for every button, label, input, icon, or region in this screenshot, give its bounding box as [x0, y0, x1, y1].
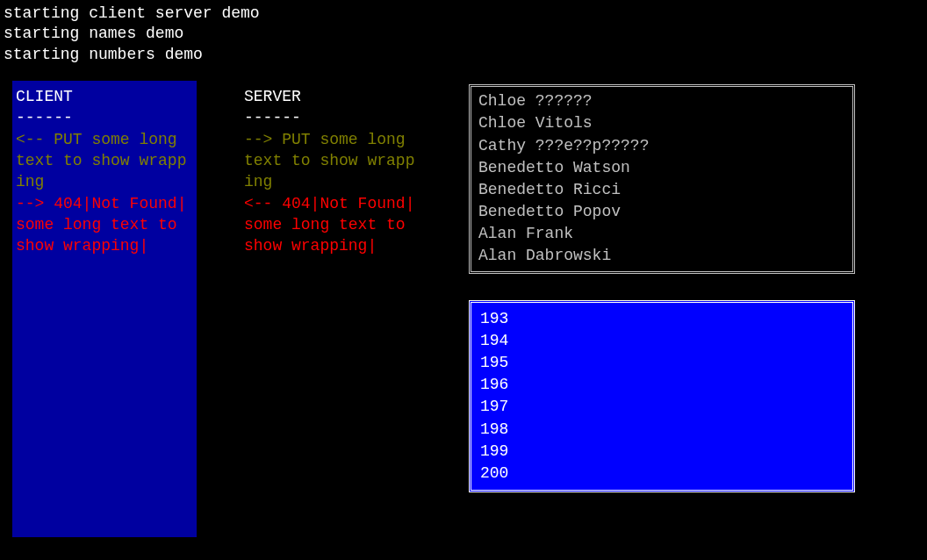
- startup-messages: starting client server demo starting nam…: [4, 4, 923, 65]
- name-item: Benedetto Popov: [478, 201, 845, 223]
- number-item: 198: [480, 419, 844, 441]
- number-item: 197: [480, 396, 844, 418]
- numbers-box: 193 194 195 196 197 198 199 200: [469, 300, 855, 493]
- name-item: Chloe Vitols: [478, 112, 845, 134]
- client-header: CLIENT: [16, 86, 193, 107]
- server-error-message: <-- 404|Not Found|some long text to show…: [244, 193, 421, 257]
- client-panel: CLIENT ------ <-- PUT some long text to …: [12, 81, 197, 537]
- right-column: Chloe ?????? Chloe Vitols Cathy ???e??p?…: [469, 81, 855, 537]
- server-panel: SERVER ------ --> PUT some long text to …: [241, 81, 425, 537]
- number-item: 199: [480, 441, 844, 463]
- server-divider: ------: [244, 107, 421, 128]
- number-item: 196: [480, 374, 844, 396]
- client-divider: ------: [16, 107, 193, 128]
- startup-line: starting numbers demo: [4, 45, 923, 65]
- number-item: 195: [480, 352, 844, 374]
- client-put-message: <-- PUT some long text to show wrapping: [16, 129, 193, 193]
- name-item: Chloe ??????: [478, 90, 845, 112]
- name-item: Cathy ???e??p?????: [478, 135, 845, 157]
- number-item: 200: [480, 463, 844, 485]
- names-box: Chloe ?????? Chloe Vitols Cathy ???e??p?…: [469, 84, 855, 274]
- name-item: Benedetto Watson: [478, 157, 845, 179]
- client-server-column: CLIENT ------ <-- PUT some long text to …: [12, 81, 425, 537]
- client-error-message: --> 404|Not Found|some long text to show…: [16, 193, 193, 257]
- demo-area: CLIENT ------ <-- PUT some long text to …: [4, 81, 923, 537]
- number-item: 194: [480, 330, 844, 352]
- number-item: 193: [480, 308, 844, 330]
- name-item: Alan Dabrowski: [478, 245, 845, 267]
- server-header: SERVER: [244, 86, 421, 107]
- startup-line: starting client server demo: [4, 4, 923, 24]
- startup-line: starting names demo: [4, 24, 923, 44]
- name-item: Alan Frank: [478, 223, 845, 245]
- name-item: Benedetto Ricci: [478, 179, 845, 201]
- server-put-message: --> PUT some long text to show wrapping: [244, 129, 421, 193]
